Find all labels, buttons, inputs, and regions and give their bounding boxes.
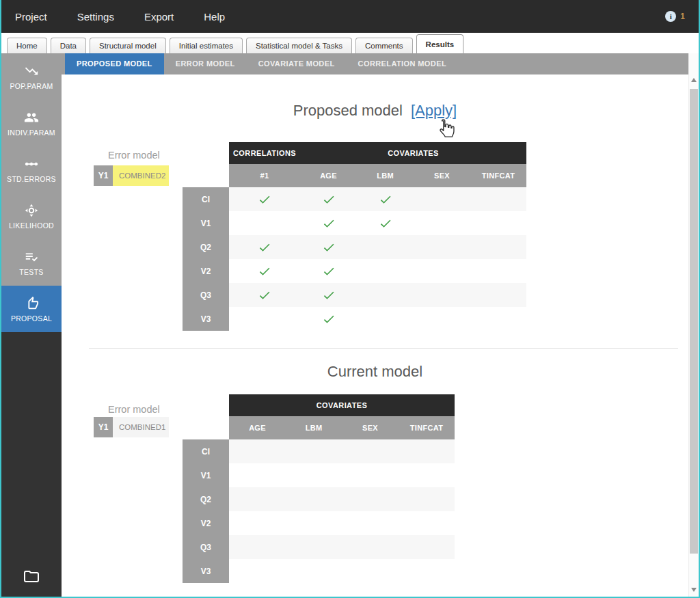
cell-q3-lbm bbox=[357, 283, 414, 307]
table-row: Q3 bbox=[183, 283, 526, 307]
info-icon: i bbox=[665, 11, 676, 22]
col-header-tinfcat: TINFCAT bbox=[470, 164, 526, 187]
tab-comments[interactable]: Comments bbox=[355, 38, 413, 53]
table-row: Q2 bbox=[183, 235, 526, 259]
cell-q3-tinfcat bbox=[399, 535, 455, 559]
row-header-v3: V3 bbox=[183, 559, 229, 583]
cell-v1-n1 bbox=[229, 211, 300, 235]
sidebar-item-std-errors[interactable]: STD.ERRORS bbox=[1, 146, 62, 193]
scrollbar-up-arrow-icon[interactable] bbox=[691, 78, 697, 82]
tab-data[interactable]: Data bbox=[51, 38, 86, 53]
table-row: V1 bbox=[183, 463, 455, 487]
table-corner bbox=[183, 394, 229, 416]
cell-v1-tinfcat bbox=[470, 211, 526, 235]
cell-cl-lbm bbox=[286, 439, 342, 463]
check-icon bbox=[379, 193, 392, 206]
apply-link[interactable]: [Apply] bbox=[411, 102, 457, 119]
dots-line-icon bbox=[24, 157, 39, 172]
row-header-q3: Q3 bbox=[183, 283, 229, 307]
menu-item-project[interactable]: Project bbox=[15, 11, 47, 23]
cell-q3-sex bbox=[414, 283, 470, 307]
cell-v2-tinfcat bbox=[470, 259, 526, 283]
sidebar-item-proposal[interactable]: PROPOSAL bbox=[1, 286, 62, 332]
section-divider bbox=[89, 348, 678, 349]
current-model-title-text: Current model bbox=[327, 363, 422, 380]
cell-q2-tinfcat bbox=[470, 235, 526, 259]
vertical-scrollbar bbox=[688, 53, 699, 597]
group-header-correlations: CORRELATIONS bbox=[229, 142, 300, 164]
cell-v3-age bbox=[300, 307, 357, 331]
row-header-cl: Cl bbox=[183, 439, 229, 463]
sidebar-item-pop-param[interactable]: POP.PARAM bbox=[1, 53, 62, 100]
cell-v1-sex bbox=[414, 211, 470, 235]
tab-results[interactable]: Results bbox=[416, 34, 464, 53]
sidebar-item-label: PROPOSAL bbox=[11, 314, 52, 323]
sidebar-item-label: TESTS bbox=[19, 268, 43, 276]
cell-v1-sex bbox=[342, 463, 399, 487]
cell-v1-tinfcat bbox=[399, 463, 455, 487]
cell-cl-sex bbox=[414, 187, 470, 211]
sidebar-item-indiv-param[interactable]: INDIV.PARAM bbox=[1, 100, 62, 146]
cell-v2-n1 bbox=[229, 259, 300, 283]
cell-v2-age bbox=[229, 511, 286, 535]
table-row: Cl bbox=[183, 439, 455, 463]
cell-q2-age bbox=[229, 487, 286, 511]
checklist-icon bbox=[24, 249, 39, 264]
cell-q3-sex bbox=[342, 535, 399, 559]
tab-home[interactable]: Home bbox=[7, 38, 47, 53]
folder-icon[interactable] bbox=[23, 568, 40, 587]
sidebar-item-label: LIKELIHOOD bbox=[9, 221, 54, 230]
cell-v2-lbm bbox=[286, 511, 342, 535]
table-row: V2 bbox=[183, 259, 526, 283]
table-corner bbox=[183, 416, 229, 439]
subtab-correlation-model[interactable]: CORRELATION MODEL bbox=[347, 53, 458, 74]
scrollbar-down-arrow-icon[interactable] bbox=[691, 588, 697, 592]
col-header-n1: #1 bbox=[229, 164, 300, 187]
tab-structural-model[interactable]: Structural model bbox=[90, 38, 166, 53]
cell-q2-sex bbox=[342, 487, 399, 511]
col-header-sex: SEX bbox=[414, 164, 470, 187]
check-icon bbox=[322, 241, 336, 254]
output-name-cell: Y1 bbox=[94, 165, 113, 186]
proposal-content: Proposed model[Apply] Error model Y1 COM… bbox=[62, 74, 688, 597]
tab-initial-estimates[interactable]: Initial estimates bbox=[170, 38, 243, 53]
col-header-lbm: LBM bbox=[357, 164, 414, 187]
cell-v1-lbm bbox=[357, 211, 414, 235]
row-header-v2: V2 bbox=[183, 511, 229, 535]
check-icon bbox=[258, 288, 271, 302]
check-icon bbox=[258, 241, 271, 254]
error-model-box: Y1 COMBINED1 bbox=[94, 417, 169, 437]
subtab-error-model[interactable]: ERROR MODEL bbox=[164, 53, 247, 74]
row-header-v1: V1 bbox=[183, 463, 229, 487]
sidebar-item-likelihood[interactable]: LIKELIHOOD bbox=[1, 193, 62, 239]
menu-item-export[interactable]: Export bbox=[144, 11, 174, 23]
cell-v2-sex bbox=[414, 259, 470, 283]
cell-v2-tinfcat bbox=[399, 511, 455, 535]
sidebar-item-tests[interactable]: TESTS bbox=[1, 239, 62, 286]
table-row: Cl bbox=[183, 187, 526, 211]
cell-v1-age bbox=[300, 211, 357, 235]
cell-cl-age bbox=[229, 439, 286, 463]
app-window: Project Settings Export Help i 1 Home Da… bbox=[0, 0, 700, 598]
results-sidebar: POP.PARAM INDIV.PARAM STD.ERRORS LIKELIH… bbox=[1, 53, 62, 597]
cell-q2-tinfcat bbox=[399, 487, 455, 511]
group-header-covariates: COVARIATES bbox=[229, 394, 455, 416]
cell-cl-lbm bbox=[357, 187, 414, 211]
scrollbar-thumb[interactable] bbox=[690, 89, 698, 554]
row-header-v3: V3 bbox=[183, 307, 229, 331]
tab-statistical-model-tasks[interactable]: Statistical model & Tasks bbox=[246, 38, 352, 53]
notification-count: 1 bbox=[680, 12, 685, 21]
subtab-covariate-model[interactable]: COVARIATE MODEL bbox=[247, 53, 347, 74]
row-header-cl: Cl bbox=[183, 187, 229, 211]
proposed-model-title: Proposed model[Apply] bbox=[62, 102, 688, 120]
cell-q2-sex bbox=[414, 235, 470, 259]
sidebar-item-label: STD.ERRORS bbox=[7, 175, 56, 183]
menu-item-help[interactable]: Help bbox=[204, 11, 225, 23]
notification-area[interactable]: i 1 bbox=[665, 11, 685, 22]
subtab-proposed-model[interactable]: PROPOSED MODEL bbox=[65, 53, 164, 74]
cell-v3-tinfcat bbox=[470, 307, 526, 331]
cell-v3-lbm bbox=[286, 559, 342, 583]
cell-q3-age bbox=[229, 535, 286, 559]
menu-item-settings[interactable]: Settings bbox=[77, 11, 114, 23]
cell-q2-lbm bbox=[357, 235, 414, 259]
